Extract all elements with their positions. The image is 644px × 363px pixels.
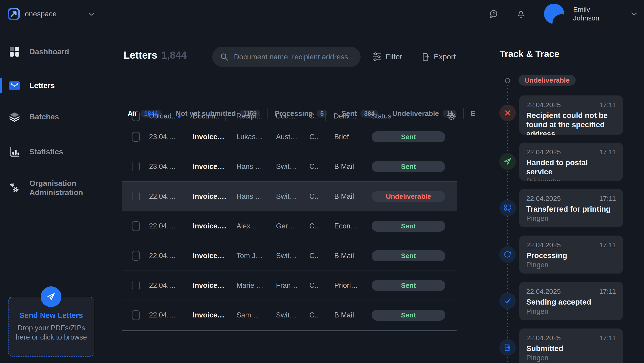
svg-text:?: ? <box>492 12 495 16</box>
sidebar-label-letters: Letters <box>30 81 92 90</box>
select-all-checkbox[interactable] <box>132 111 140 121</box>
sidebar-label-organisation-administration: Organisation Administration <box>30 179 92 197</box>
row-checkbox[interactable] <box>132 162 140 172</box>
cell-document: Invoice… <box>193 252 236 260</box>
table-row[interactable]: 22.04.… Invoice… Tom J… Swit… C.. B Mail… <box>122 241 457 271</box>
status-badge: Sent <box>372 310 445 321</box>
row-checkbox[interactable] <box>132 132 140 142</box>
dropzone-subtitle: Drop your PDFs/ZIPs here or click to bro… <box>11 324 92 342</box>
column-divider <box>299 111 299 121</box>
column-header-status[interactable]: Status <box>371 112 447 120</box>
help-icon[interactable]: ? <box>488 9 499 19</box>
event-title: Handed to postal service <box>526 158 616 176</box>
event-title: Sending accepted <box>526 298 616 307</box>
table-row[interactable]: 22.04.… Invoice… Sam … Swit… C.. B Mail … <box>122 300 457 330</box>
search-input[interactable] <box>234 52 361 62</box>
cell-delivery: B Mail <box>334 162 372 171</box>
app-root: onespace ? Emily Johnson <box>0 0 644 363</box>
cell-country: Fran… <box>276 281 309 290</box>
cell-document: Invoice… <box>193 162 236 171</box>
table-row[interactable]: 22.04.… Invoice.… Alex … Ger… C.. Econ… … <box>122 212 457 241</box>
event-source: Pingen <box>526 354 616 362</box>
table-row-selected[interactable]: 22.04.… Invoice.… Hans … Swit… C.. B Mai… <box>122 182 457 212</box>
event-time: 17:11 <box>599 241 616 249</box>
table-row[interactable]: 22.04.… Invoice… Marie … Fran… C.. Prior… <box>122 271 457 300</box>
sidebar-section-divider <box>0 171 103 171</box>
column-divider <box>326 111 326 121</box>
onespace-logo-icon <box>7 8 20 20</box>
user-first-name: Emily <box>573 5 599 14</box>
column-header-recipient[interactable]: Recipi… <box>236 112 276 120</box>
workspace-name: onespace <box>25 0 56 28</box>
event-source: Printcenter <box>526 177 616 180</box>
tab-error[interactable]: Er <box>470 110 475 118</box>
status-badge: Sent <box>372 280 445 291</box>
track-panel-divider <box>475 28 475 363</box>
event-date: 22.04.2025 <box>526 101 561 109</box>
notifications-bell-icon[interactable] <box>516 9 526 19</box>
table-row[interactable]: 23.04.… Invoice… Lukas… Aust… C.. Brief … <box>122 122 457 152</box>
status-badge: Sent <box>372 161 445 172</box>
user-name: Emily Johnson <box>573 5 599 22</box>
column-header-upload-date[interactable]: Upload.. <box>149 112 193 120</box>
sidebar-item-letters[interactable]: Letters <box>0 76 103 95</box>
table-row[interactable]: 23.04.… Invoice… Hans … Swit… C.. B Mail… <box>122 152 457 182</box>
cell-recipient: Hans … <box>236 162 276 171</box>
cell-delivery: B Mail <box>334 252 372 260</box>
sidebar-item-organisation-administration[interactable]: Organisation Administration <box>0 176 103 200</box>
cell-upload-date: 22.04.… <box>149 252 193 260</box>
dropzone-title[interactable]: Send New Letters <box>8 311 94 320</box>
event-date: 22.04.2025 <box>526 148 561 156</box>
cell-c: C.. <box>309 222 334 230</box>
send-paper-plane-icon[interactable] <box>41 286 62 307</box>
column-divider <box>266 111 266 121</box>
row-checkbox[interactable] <box>132 251 140 261</box>
cell-recipient: Alex … <box>236 222 276 230</box>
row-checkbox[interactable] <box>132 281 140 290</box>
event-node-document-out-icon <box>499 339 516 356</box>
cell-upload-date: 23.04.… <box>149 162 193 171</box>
sidebar-item-batches[interactable]: Batches <box>0 108 103 126</box>
event-date: 22.04.2025 <box>526 288 561 295</box>
status-badge: Sent <box>372 131 445 142</box>
row-checkbox[interactable] <box>132 310 140 320</box>
cell-c: C.. <box>309 311 334 319</box>
event-time: 17:11 <box>599 334 616 342</box>
export-button[interactable]: Export <box>420 47 456 67</box>
event-node-paper-plane-icon <box>499 153 516 170</box>
event-title: Processing <box>526 251 616 260</box>
filter-sliders-icon <box>372 52 382 62</box>
cell-recipient: Lukas… <box>236 133 276 141</box>
workspace-chevron-down-icon[interactable] <box>88 12 94 16</box>
filter-button[interactable]: Filter <box>372 47 402 67</box>
status-badge: Sent <box>372 250 445 261</box>
row-checkbox[interactable] <box>132 221 140 231</box>
sidebar-label-batches: Batches <box>30 112 92 122</box>
column-header-c[interactable]: C.. <box>309 112 334 120</box>
track-event-card: 22.04.2025 17:11 Processing Pingen <box>519 236 623 274</box>
row-checkbox[interactable] <box>132 192 140 201</box>
user-menu-chevron-down-icon[interactable] <box>631 12 638 16</box>
cell-upload-date: 22.04.… <box>149 222 193 230</box>
cell-country: Swit… <box>276 162 309 171</box>
tab-error-label: Er <box>470 110 475 118</box>
track-event-card: 22.04.2025 17:11 Recipient could not be … <box>519 96 623 134</box>
sort-desc-icon[interactable] <box>177 116 181 118</box>
user-last-name: Johnson <box>573 14 599 22</box>
status-badge: Sent <box>372 220 445 232</box>
search-bar[interactable] <box>212 47 361 67</box>
cell-upload-date: 22.04.… <box>149 192 193 200</box>
event-node-error-x-icon <box>499 105 516 121</box>
toolbar-divider <box>412 50 412 64</box>
user-avatar[interactable] <box>544 4 564 24</box>
main-content: Letters1,844 Filter <box>103 28 475 363</box>
table-settings-gear-icon[interactable] <box>447 111 457 121</box>
status-badge: Undeliverable <box>372 191 445 202</box>
column-divider <box>366 111 366 121</box>
sidebar-item-dashboard[interactable]: Dashboard <box>0 42 103 61</box>
event-date: 22.04.2025 <box>526 241 561 249</box>
column-header-country[interactable]: Cou… <box>276 112 309 120</box>
cell-delivery: Brief <box>334 133 372 141</box>
column-header-document[interactable]: Docum… <box>192 112 236 120</box>
sidebar-item-statistics[interactable]: Statistics <box>0 142 103 161</box>
